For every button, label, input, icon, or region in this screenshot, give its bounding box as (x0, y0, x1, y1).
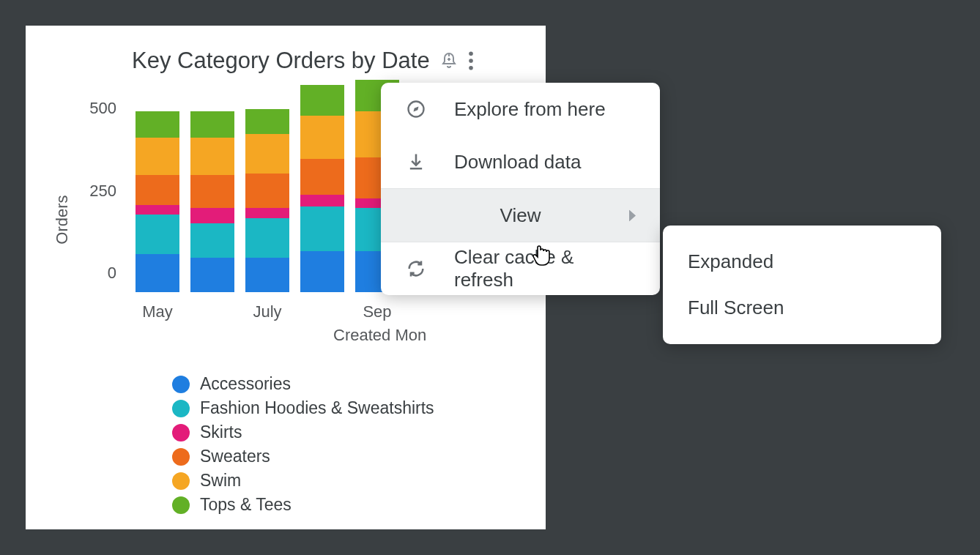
refresh-icon (406, 258, 426, 279)
download-icon (406, 152, 426, 172)
legend-item[interactable]: Fashion Hoodies & Sweatshirts (172, 398, 524, 418)
bar-segment (300, 116, 344, 159)
legend-item[interactable]: Swim (172, 471, 524, 491)
x-axis-ticks: MayJulySep (121, 302, 524, 323)
bar-segment (300, 85, 344, 116)
legend-item[interactable]: Accessories (172, 374, 524, 394)
bar-segment (136, 254, 179, 292)
legend-swatch (172, 472, 190, 490)
y-tick: 0 (108, 264, 116, 283)
y-axis-label-col: Orders (48, 94, 77, 345)
bar-segment (190, 111, 234, 138)
bar-segment (300, 159, 344, 195)
menu-item-label: Clear cache & refresh (454, 246, 635, 291)
bar[interactable] (190, 111, 234, 293)
title-row: Key Category Orders by Date (132, 48, 524, 74)
bar-segment (190, 223, 234, 258)
bar-segment (190, 258, 234, 292)
x-tick: May (136, 302, 179, 323)
legend-label: Tops & Tees (200, 495, 292, 515)
bar-segment (300, 206, 344, 251)
legend-swatch (172, 424, 190, 442)
bar-segment (190, 175, 234, 208)
bar-segment (245, 218, 289, 258)
legend-label: Accessories (200, 374, 291, 394)
x-tick: Sep (355, 302, 399, 323)
bar-segment (245, 208, 289, 218)
y-axis-ticks: 0250500 (77, 94, 121, 292)
submenu-item-expanded[interactable]: Expanded (663, 239, 941, 285)
chevron-right-icon (628, 204, 638, 227)
menu-item-clear-cache[interactable]: Clear cache & refresh (381, 242, 660, 295)
x-axis-label: Created Mon (121, 326, 524, 345)
kebab-menu-icon[interactable] (468, 51, 474, 70)
bell-icon[interactable] (440, 52, 458, 70)
bar-segment (190, 208, 234, 223)
legend-item[interactable]: Tops & Tees (172, 495, 524, 515)
bar-segment (245, 109, 289, 134)
svg-point-3 (469, 51, 473, 56)
bar-segment (136, 205, 179, 215)
legend-swatch (172, 496, 190, 514)
y-tick: 250 (89, 182, 116, 201)
bar-segment (136, 175, 179, 205)
legend-label: Fashion Hoodies & Sweatshirts (200, 398, 434, 418)
bar-segment (300, 251, 344, 292)
legend-item[interactable]: Sweaters (172, 447, 524, 466)
menu-item-download[interactable]: Download data (381, 135, 660, 188)
y-tick: 500 (89, 99, 116, 118)
view-submenu: Expanded Full Screen (663, 226, 941, 344)
bar[interactable] (300, 85, 344, 293)
svg-marker-7 (414, 107, 419, 112)
bar-segment (136, 138, 179, 176)
bar-segment (245, 258, 289, 292)
bar-segment (245, 174, 289, 208)
x-tick: July (245, 302, 289, 323)
menu-item-explore[interactable]: Explore from here (381, 83, 660, 135)
bar[interactable] (245, 109, 289, 292)
chart-legend: AccessoriesFashion Hoodies & Sweatshirts… (172, 374, 524, 515)
svg-point-4 (469, 59, 473, 63)
bar-segment (190, 138, 234, 176)
legend-item[interactable]: Skirts (172, 422, 524, 442)
svg-marker-8 (629, 210, 636, 222)
legend-label: Sweaters (200, 447, 270, 466)
menu-item-label: Explore from here (454, 98, 606, 121)
legend-label: Skirts (200, 422, 242, 442)
submenu-item-fullscreen[interactable]: Full Screen (663, 285, 941, 331)
legend-swatch (172, 448, 190, 466)
legend-label: Swim (200, 471, 241, 491)
tile-menu: Explore from here Download data View Cle… (381, 83, 660, 295)
bar[interactable] (136, 111, 179, 293)
bar-segment (136, 215, 179, 254)
legend-swatch (172, 376, 190, 393)
bar-segment (136, 111, 179, 138)
svg-point-5 (469, 66, 473, 70)
chart-title: Key Category Orders by Date (132, 48, 430, 74)
legend-swatch (172, 400, 190, 417)
y-axis-label: Orders (53, 195, 72, 244)
compass-icon (406, 99, 426, 119)
bar-segment (245, 134, 289, 174)
menu-item-label: Download data (454, 151, 581, 174)
menu-item-view[interactable]: View (381, 189, 660, 242)
bar-segment (300, 195, 344, 206)
menu-item-label: View (500, 204, 541, 227)
